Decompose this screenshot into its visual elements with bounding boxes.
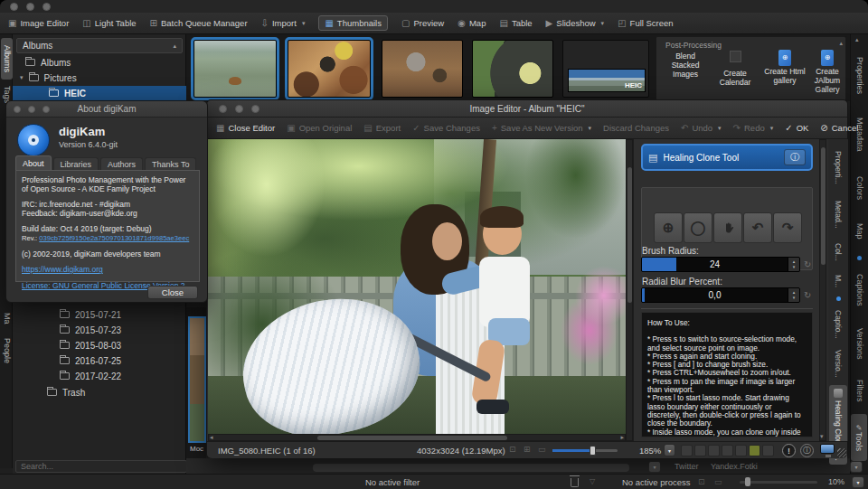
service-yandex-label[interactable]: Yandex.Fotki	[711, 462, 758, 471]
tree-item-trash[interactable]: Trash	[47, 385, 85, 400]
brush-radius-spinbox[interactable]: 24 ▴ ▾	[641, 257, 800, 272]
toolbar-item-slideshow[interactable]: ▶ Slideshow ▾	[546, 18, 605, 28]
tab-libraries[interactable]: Libraries	[53, 157, 99, 170]
zoom-1to1-icon[interactable]: ⊞	[524, 445, 531, 454]
right-tab-versions[interactable]: Versions	[852, 320, 867, 367]
scroll-right-icon[interactable]: ▸	[620, 434, 624, 441]
redo-clone-button[interactable]: ↷	[773, 212, 802, 243]
editor-tab-map[interactable]: M...	[830, 271, 846, 291]
post-item-create-calendar[interactable]: Create Calendar	[712, 50, 758, 87]
toolbar-item-map[interactable]: ◉ Map	[458, 18, 486, 28]
editor-close-button[interactable]	[219, 105, 227, 113]
right-tab-metadata[interactable]: Metadata	[852, 108, 867, 161]
dialog-zoom-button[interactable]	[42, 106, 50, 113]
right-tab-properties[interactable]: Properties	[852, 49, 867, 103]
right-tab-map[interactable]: Map	[852, 217, 867, 246]
scroll-down-icon[interactable]: ▾	[820, 433, 824, 440]
save-as-new-version-button[interactable]: + Save As New Version ▾	[492, 123, 591, 133]
post-item-blend-stacked[interactable]: Blend Stacked Images	[662, 52, 709, 79]
services-dropdown-button[interactable]: ▾	[850, 461, 863, 473]
slider-handle[interactable]	[745, 477, 750, 486]
horizontal-scrollbar-thumb[interactable]	[313, 464, 629, 472]
toolbar-item-batch-queue-manager[interactable]: ⊞ Batch Queue Manager	[150, 18, 248, 28]
pan-button[interactable]	[713, 212, 742, 243]
right-tab-captions[interactable]: Captions	[852, 266, 867, 315]
resize-grip[interactable]	[837, 448, 846, 457]
tree-item-date[interactable]: 2015-08-03	[60, 338, 121, 353]
services-dropdown-button[interactable]: ▾	[648, 461, 661, 473]
right-tab-tools[interactable]: ✎ Tools	[851, 414, 867, 461]
zoom-slider[interactable]	[552, 449, 618, 452]
tab-about[interactable]: About	[15, 155, 52, 170]
spinner-buttons[interactable]: ▴ ▾	[788, 288, 799, 302]
status-tool-button[interactable]	[708, 445, 720, 456]
thumbnail-grill[interactable]	[472, 40, 553, 98]
zoom-dropdown-button[interactable]: ▾	[852, 476, 864, 488]
export-button[interactable]: ▤ Export	[363, 123, 401, 133]
canvas-vscrollbar[interactable]	[626, 139, 633, 441]
toolbar-item-preview[interactable]: ▢ Preview	[401, 18, 444, 28]
spinner-buttons[interactable]: ▴ ▾	[788, 258, 799, 271]
crop-icon[interactable]: ▭	[714, 477, 722, 486]
dialog-minimize-button[interactable]	[28, 106, 35, 113]
window-zoom-button[interactable]	[42, 3, 51, 11]
right-tab-filters[interactable]: Filters	[852, 372, 867, 409]
window-close-button[interactable]	[10, 3, 18, 11]
post-item-create-html-gallery[interactable]: ⊕ Create Html gallery	[761, 47, 808, 85]
tree-item-date[interactable]: 2016-07-25	[60, 353, 121, 368]
toolbar-item-table[interactable]: ▤ Table	[499, 18, 532, 28]
status-tool-button[interactable]	[681, 445, 693, 456]
hscroll-thumb[interactable]	[317, 436, 507, 440]
tabstrip-scroll-up-icon[interactable]: ▴	[855, 36, 859, 43]
status-tool-button[interactable]	[762, 445, 774, 456]
thumbnail-size-slider[interactable]	[740, 481, 817, 484]
scroll-up-icon[interactable]: ▴	[839, 40, 843, 47]
scroll-left-icon[interactable]: ◂	[210, 434, 213, 441]
post-item-create-jalbum-gallery[interactable]: ⊕ Create JAlbum Gallery	[808, 47, 846, 94]
close-button[interactable]: Close	[147, 286, 198, 299]
underexposure-indicator[interactable]: !	[782, 444, 796, 457]
albums-header-combo[interactable]: Albums ▴	[16, 38, 183, 53]
dialog-close-button[interactable]	[14, 106, 21, 113]
sidebar-tab-people[interactable]: People	[1, 333, 13, 369]
toolbar-item-light-table[interactable]: ◫ Light Table	[82, 18, 136, 28]
thumbnail-workshop[interactable]	[382, 40, 463, 98]
status-tool-button[interactable]	[694, 445, 706, 456]
reset-radial-icon[interactable]: ↻	[804, 290, 811, 300]
thumbnail-dog-river[interactable]	[193, 40, 277, 98]
undo-button[interactable]: ↶ Undo ▾	[681, 123, 722, 133]
reset-brush-icon[interactable]: ↻	[804, 259, 811, 269]
save-changes-button[interactable]: ✓ Save Changes	[412, 123, 480, 133]
close-editor-button[interactable]: ▦ Close Editor	[216, 123, 275, 133]
fit-window-icon[interactable]: ⊡	[509, 445, 516, 454]
filter-funnel-icon[interactable]: ▽	[590, 477, 595, 485]
status-tool-button-active[interactable]	[749, 445, 760, 456]
tree-item-albums-root[interactable]: Albums	[25, 55, 71, 70]
zoom-slider-handle[interactable]	[590, 446, 596, 456]
revision-link[interactable]: 039cb725f9150e2a7509701301871d9985ae3eec	[39, 234, 189, 242]
open-original-button[interactable]: ▣ Open Original	[287, 123, 352, 133]
window-minimize-button[interactable]	[26, 3, 34, 11]
thumbnail-food-table[interactable]	[288, 40, 371, 98]
radial-blur-spinbox[interactable]: 0,0 ▴ ▾	[641, 287, 800, 303]
ok-button[interactable]: ✓ OK	[785, 123, 808, 133]
redo-button[interactable]: ↷ Redo ▾	[733, 123, 774, 133]
toolbar-item-image-editor[interactable]: ▣ Image Editor	[8, 18, 69, 28]
color-managed-view-icon[interactable]	[820, 444, 835, 454]
tree-item-heic[interactable]: HEIC	[13, 86, 186, 100]
editor-canvas[interactable]	[208, 139, 626, 434]
panel-vscrollbar[interactable]: ▾	[819, 139, 826, 441]
right-tab-colors[interactable]: Colors	[852, 166, 867, 210]
tree-item-date[interactable]: 2017-02-22	[60, 369, 121, 383]
thumbnail-heic-pano-cell[interactable]: HEIC	[562, 40, 649, 98]
tab-authors[interactable]: Authors	[100, 157, 143, 170]
website-link[interactable]: https://www.digikam.org	[22, 265, 103, 274]
status-tool-button[interactable]	[722, 445, 733, 456]
trash-icon[interactable]	[571, 478, 579, 487]
editor-tab-captions[interactable]: Captio...	[830, 306, 846, 343]
tree-item-date[interactable]: 2015-07-21	[60, 307, 121, 322]
editor-tab-metadata[interactable]: Metad...	[830, 195, 846, 233]
service-twitter-label[interactable]: Twitter	[675, 462, 699, 471]
panel-scroll-thumb[interactable]	[821, 147, 826, 265]
vscroll-thumb[interactable]	[627, 167, 632, 303]
